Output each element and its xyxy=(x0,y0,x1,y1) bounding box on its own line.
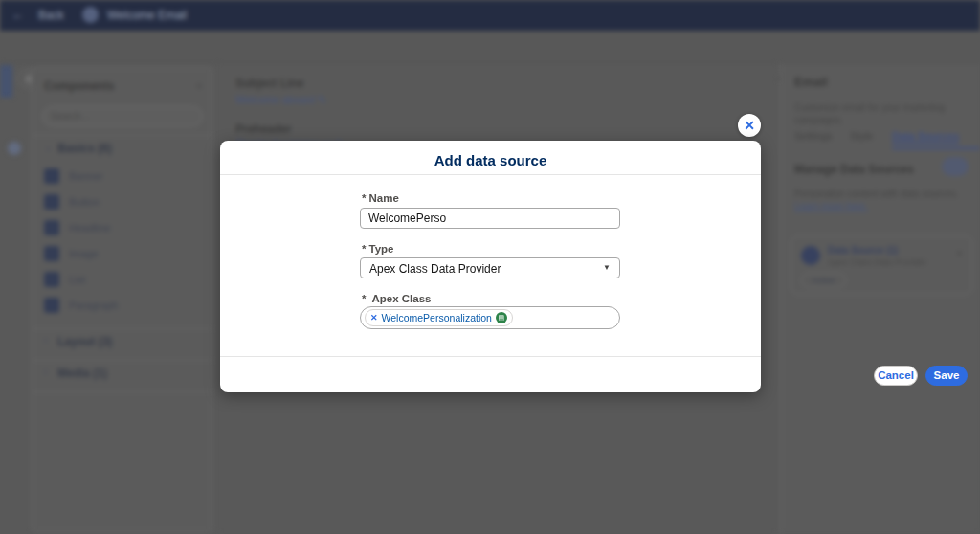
required-asterisk: * xyxy=(362,192,366,204)
modal-header-divider xyxy=(220,174,761,175)
type-label-text: Type xyxy=(368,243,393,255)
modal-footer-divider xyxy=(220,356,761,357)
modal-overlay: ✕ Add data source *Name *Type Apex Class… xyxy=(0,0,980,534)
name-input[interactable] xyxy=(360,208,620,229)
add-data-source-modal: Add data source *Name *Type Apex Class D… xyxy=(220,141,761,392)
apex-class-pill-text: WelcomePersonalization xyxy=(382,312,492,323)
remove-pill-icon[interactable]: ✕ xyxy=(370,313,378,323)
apex-class-field-label: *Apex Class xyxy=(362,293,432,304)
apex-class-label-text: Apex Class xyxy=(371,293,431,304)
apex-class-pill: ✕ WelcomePersonalization ▤ xyxy=(365,309,513,326)
type-field-label: *Type xyxy=(362,243,393,255)
required-asterisk: * xyxy=(362,243,366,255)
cancel-button[interactable]: Cancel xyxy=(874,366,918,386)
chevron-down-icon: ▼ xyxy=(603,263,611,272)
name-label-text: Name xyxy=(368,192,398,204)
app-root: ← Back Welcome Email ↶ ↷ Edit Mode Editi… xyxy=(0,0,980,534)
modal-title: Add data source xyxy=(220,152,761,168)
save-button[interactable]: Save xyxy=(925,366,968,386)
type-select-value: Apex Class Data Provider xyxy=(369,262,501,276)
name-field-label: *Name xyxy=(362,192,399,204)
type-select[interactable]: Apex Class Data Provider ▼ xyxy=(360,257,620,278)
modal-close-button[interactable]: ✕ xyxy=(738,114,761,137)
apex-class-doc-icon: ▤ xyxy=(496,312,507,323)
apex-class-combobox[interactable]: ✕ WelcomePersonalization ▤ xyxy=(360,306,620,329)
required-asterisk: * xyxy=(362,293,366,304)
